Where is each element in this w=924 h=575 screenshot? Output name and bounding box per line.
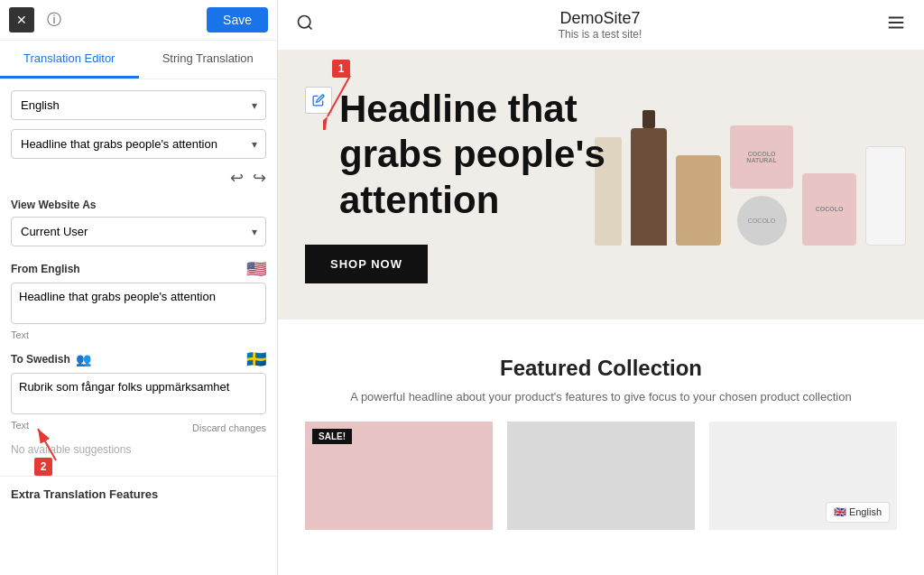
hero-section: 1 Headline that grabs peo — [278, 51, 924, 320]
annotation-badge-1-area: 1 — [332, 60, 350, 78]
product-card-2 — [507, 422, 695, 530]
hero-headline: Headline that grabs people's attention — [339, 87, 610, 223]
from-flag-row: From English 🇺🇸 — [11, 259, 266, 279]
panel-body: English Swedish French ▾ Headline that g… — [0, 79, 277, 575]
to-sub-label: Text — [11, 420, 29, 431]
site-name: DemoSite7 — [314, 9, 886, 28]
product-card-3: 🇬🇧 English — [709, 422, 897, 530]
info-button[interactable]: ⓘ — [42, 7, 67, 32]
svg-line-1 — [38, 429, 56, 460]
string-select-wrapper: Headline that grabs people's attention ▾ — [11, 129, 266, 159]
swedish-flag-icon: 🇸🇪 — [246, 349, 266, 369]
featured-section: Featured Collection A powerful headline … — [278, 320, 924, 557]
from-sub-label: Text — [11, 329, 266, 340]
view-website-as-section: View Website As Current User Visitor ▾ — [11, 199, 266, 246]
people-icon: 👥 — [76, 352, 91, 366]
svg-line-8 — [328, 76, 350, 116]
svg-line-3 — [309, 26, 312, 30]
us-flag-icon: 🇺🇸 — [246, 259, 266, 279]
sale-badge: SALE! — [312, 429, 352, 444]
from-label: From English — [11, 263, 80, 275]
to-textarea[interactable]: Rubrik som fångar folks uppmärksamhet — [11, 373, 266, 414]
annotation-2-arrow — [29, 411, 101, 465]
featured-title: Featured Collection — [305, 356, 897, 381]
hero-headline-wrapper: Headline that grabs people's attention — [305, 87, 897, 223]
product-card-1: SALE! — [305, 422, 493, 530]
hamburger-menu-icon[interactable] — [886, 13, 906, 37]
hero-content: Headline that grabs people's attention S… — [305, 87, 897, 283]
english-badge[interactable]: 🇬🇧 English — [826, 502, 890, 523]
from-textarea[interactable]: Headline that grabs people's attention — [11, 283, 266, 324]
extra-features-title: Extra Translation Features — [11, 487, 266, 501]
discard-changes-link[interactable]: Discard changes — [192, 422, 266, 433]
tab-translation-editor[interactable]: Translation Editor — [0, 41, 139, 79]
language-select-wrapper: English Swedish French ▾ — [11, 90, 266, 120]
from-english-section: From English 🇺🇸 Headline that grabs peop… — [11, 259, 266, 340]
tab-string-translation[interactable]: String Translation — [139, 41, 278, 79]
string-select[interactable]: Headline that grabs people's attention — [11, 129, 266, 159]
annotation-badge-2: 2 — [34, 458, 52, 476]
right-panel: DemoSite7 This is a test site! 1 — [278, 0, 924, 575]
site-tagline: This is a test site! — [314, 28, 886, 41]
search-icon[interactable] — [296, 14, 314, 36]
site-title-area: DemoSite7 This is a test site! — [314, 9, 886, 41]
to-swedish-section: To Swedish 👥 🇸🇪 Rubrik som fångar folks … — [11, 349, 266, 456]
close-button[interactable]: ✕ — [9, 7, 34, 32]
extra-features-section: Extra Translation Features — [0, 476, 277, 512]
undo-button[interactable]: ↩ — [230, 168, 244, 188]
save-button[interactable]: Save — [207, 7, 268, 32]
product-grid: SALE! 🇬🇧 English — [305, 422, 897, 530]
left-panel: ✕ ⓘ Save Translation Editor String Trans… — [0, 0, 278, 575]
featured-desc: A powerful headline about your product's… — [330, 390, 872, 403]
view-website-as-label: View Website As — [11, 199, 266, 211]
annotation-1-arrow — [323, 76, 377, 130]
language-select[interactable]: English Swedish French — [11, 90, 266, 120]
site-header: DemoSite7 This is a test site! — [278, 0, 924, 51]
view-as-select-wrapper: Current User Visitor ▾ — [11, 217, 266, 246]
to-label: To Swedish — [11, 353, 70, 366]
view-as-select[interactable]: Current User Visitor — [11, 217, 266, 246]
shop-now-button[interactable]: SHOP NOW — [305, 245, 428, 283]
svg-point-2 — [299, 16, 310, 28]
redo-button[interactable]: ↪ — [253, 168, 266, 188]
undo-redo-bar: ↩ ↪ — [11, 168, 266, 188]
annotation-badge-1: 1 — [332, 60, 350, 78]
panel-header: ✕ ⓘ Save — [0, 0, 277, 41]
tab-bar: Translation Editor String Translation — [0, 41, 277, 79]
to-swedish-header: To Swedish 👥 🇸🇪 — [11, 349, 266, 369]
